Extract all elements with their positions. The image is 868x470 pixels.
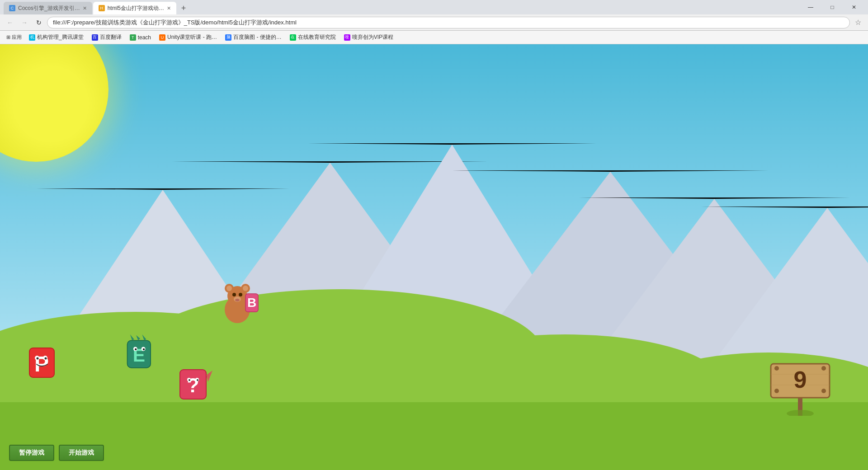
- character-bottom-svg: ?: [176, 366, 212, 402]
- game-buttons: 暂停游戏 开始游戏: [9, 445, 104, 461]
- svg-point-41: [821, 389, 826, 393]
- bookmark-baidu-map[interactable]: 脑 百度脑图 - 便捷的…: [222, 32, 285, 43]
- svg-point-20: [243, 286, 248, 291]
- bookmark-label-edu: 在线教育研究院: [298, 33, 336, 41]
- bookmark-unity[interactable]: U Unity课堂听课 - 跑…: [156, 32, 221, 43]
- svg-marker-9: [136, 335, 140, 341]
- tab-favicon-2: H: [99, 5, 105, 11]
- character-bottom: ?: [176, 366, 212, 402]
- svg-point-5: [45, 357, 47, 360]
- bookmark-label-map: 百度脑图 - 便捷的…: [233, 33, 282, 41]
- svg-point-40: [774, 389, 779, 393]
- bookmark-baidu-translate[interactable]: 百 百度翻译: [88, 32, 125, 43]
- bookmark-jigou[interactable]: 机 机构管理_腾讯课堂: [25, 32, 87, 43]
- back-button[interactable]: ←: [4, 16, 16, 29]
- bookmark-edu[interactable]: 在 在线教育研究院: [286, 32, 340, 43]
- tab-label-1: Cocos引擎_游戏开发引…: [18, 5, 80, 12]
- window-controls: — □ ✕: [800, 0, 864, 14]
- svg-point-13: [135, 348, 137, 350]
- svg-point-22: [239, 293, 242, 296]
- start-button[interactable]: 开始游戏: [59, 445, 104, 461]
- character-bear-b-svg: B: [215, 280, 260, 325]
- svg-point-38: [774, 366, 779, 371]
- ground-base: [0, 402, 868, 470]
- svg-point-19: [226, 286, 232, 291]
- bookmark-icon-edu: 在: [290, 34, 296, 41]
- pause-button[interactable]: 暂停游戏: [9, 445, 54, 461]
- new-tab-button[interactable]: +: [177, 2, 190, 14]
- svg-marker-8: [130, 334, 134, 340]
- refresh-button[interactable]: ↻: [33, 16, 45, 29]
- tab-label-2: html5金山打字游戏动…: [108, 5, 164, 12]
- tab-close-1[interactable]: ✕: [83, 5, 87, 11]
- apps-grid-icon: ⊞: [6, 34, 10, 40]
- address-input[interactable]: [47, 17, 850, 28]
- svg-point-43: [787, 410, 814, 416]
- bookmark-label-unity: Unity课堂听课 - 跑…: [167, 33, 217, 41]
- game-area: P E: [0, 44, 868, 470]
- tab-favicon-1: C: [9, 5, 15, 11]
- svg-point-14: [143, 348, 145, 350]
- maximize-button[interactable]: □: [822, 0, 843, 14]
- score-sign-svg: 9: [769, 362, 832, 416]
- svg-text:B: B: [247, 296, 256, 310]
- svg-point-21: [232, 293, 236, 296]
- bookmark-teach[interactable]: T teach: [126, 32, 155, 43]
- tab-html5[interactable]: H html5金山打字游戏动… ✕: [93, 2, 176, 14]
- character-e-svg: E: [122, 334, 158, 371]
- bookmark-icon-baidu: 百: [92, 34, 98, 41]
- address-bar-row: ← → ↻ ☆: [0, 14, 868, 31]
- close-button[interactable]: ✕: [844, 0, 864, 14]
- tab-cocos[interactable]: C Cocos引擎_游戏开发引… ✕: [4, 2, 92, 14]
- svg-point-39: [821, 366, 826, 371]
- browser-chrome: C Cocos引擎_游戏开发引… ✕ H html5金山打字游戏动… ✕ + —…: [0, 0, 868, 44]
- bookmark-label-vip: 嗖弃创为VIP课程: [352, 33, 393, 41]
- bookmark-label-jigou: 机构管理_腾讯课堂: [37, 33, 84, 41]
- tabs-area: C Cocos引擎_游戏开发引… ✕ H html5金山打字游戏动… ✕ +: [4, 0, 190, 14]
- character-p: P: [25, 343, 61, 380]
- svg-point-32: [189, 379, 190, 381]
- svg-point-24: [235, 299, 240, 301]
- bookmark-icon-jigou: 机: [29, 34, 35, 41]
- bookmark-star-button[interactable]: ☆: [852, 16, 864, 29]
- bookmark-icon-vip: 嗖: [344, 34, 350, 41]
- bookmark-label-teach: teach: [138, 34, 151, 41]
- svg-text:9: 9: [794, 367, 807, 393]
- score-sign: 9: [769, 362, 832, 416]
- character-e: E: [122, 334, 158, 371]
- bookmark-icon-map: 脑: [225, 34, 231, 41]
- forward-button[interactable]: →: [18, 16, 31, 29]
- bookmark-icon-unity: U: [159, 34, 165, 41]
- character-bear-b: B: [215, 280, 260, 325]
- apps-button[interactable]: ⊞ 应用: [4, 32, 24, 43]
- svg-point-33: [197, 379, 198, 381]
- minimize-button[interactable]: —: [800, 0, 821, 14]
- bookmarks-bar: ⊞ 应用 机 机构管理_腾讯课堂 百 百度翻译 T teach U Unity课…: [0, 31, 868, 44]
- svg-point-4: [37, 357, 39, 360]
- tab-close-2[interactable]: ✕: [167, 5, 171, 11]
- title-bar: C Cocos引擎_游戏开发引… ✕ H html5金山打字游戏动… ✕ + —…: [0, 0, 868, 14]
- bookmark-label-baidu: 百度翻译: [100, 33, 122, 41]
- character-p-svg: P: [25, 343, 61, 380]
- apps-label: 应用: [12, 34, 22, 41]
- svg-text:?: ?: [187, 374, 199, 396]
- svg-marker-10: [142, 334, 146, 340]
- bookmark-icon-teach: T: [130, 34, 136, 41]
- svg-marker-28: [206, 371, 212, 382]
- bookmark-vip[interactable]: 嗖 嗖弃创为VIP课程: [340, 32, 397, 43]
